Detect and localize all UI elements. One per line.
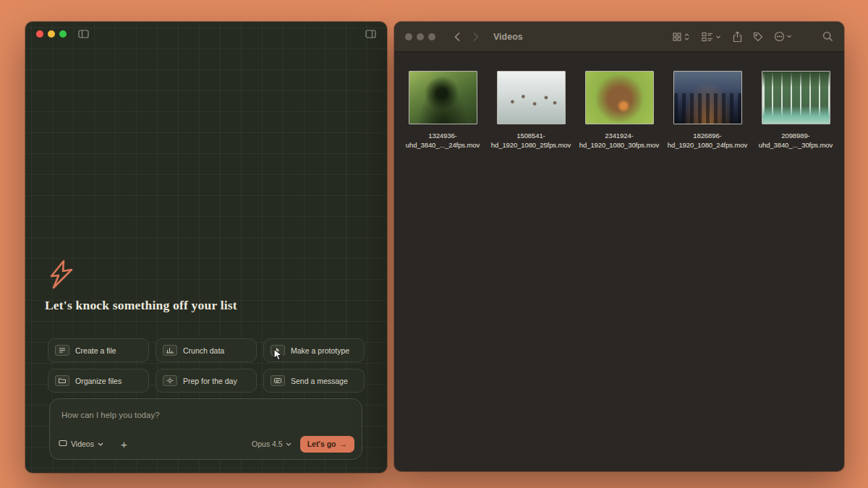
close-button-inactive[interactable]: [405, 33, 412, 40]
video-thumbnail-squirrel: [585, 71, 654, 124]
new-window-icon[interactable]: [365, 30, 376, 38]
file-item[interactable]: 1826896- hd_1920_1080_24fps.mov: [665, 71, 749, 150]
action-label: Make a prototype: [291, 346, 349, 355]
search-icon[interactable]: [822, 31, 833, 42]
minimize-button[interactable]: [48, 30, 55, 38]
file-name: 1826896- hd_1920_1080_24fps.mov: [668, 131, 747, 150]
finder-toolbar: [673, 31, 833, 43]
finder-window: Videos: [394, 22, 844, 471]
video-thumbnail-snow-deer: [497, 71, 566, 124]
action-send-message-button[interactable]: Send a message: [263, 369, 365, 393]
calendar-icon: [163, 375, 177, 386]
action-create-file-button[interactable]: Create a file: [48, 338, 149, 362]
composer-toolbar: Videos + Opus 4.5 Let's go →: [59, 435, 354, 453]
file-name: 2098989- uhd_3840_..._30fps.mov: [759, 131, 833, 150]
attachment-videos-chip[interactable]: Videos: [59, 440, 103, 448]
file-name: 1324936- uhd_3840_..._24fps.mov: [406, 131, 480, 150]
add-attachment-button[interactable]: +: [121, 439, 127, 450]
video-thumbnail-waterfall: [762, 71, 830, 124]
action-crunch-data-button[interactable]: Crunch data: [156, 338, 257, 362]
video-folder-icon: [59, 440, 67, 448]
chat-input[interactable]: How can I help you today?: [61, 411, 160, 419]
chevron-down-icon: [286, 442, 292, 446]
action-label: Create a file: [75, 346, 116, 355]
action-label: Send a message: [291, 377, 348, 385]
file-item[interactable]: 1508541- hd_1920_1080_25fps.mov: [489, 71, 573, 150]
sidebar-toggle-icon[interactable]: [78, 30, 89, 38]
assistant-window: Let's knock something off your list Crea…: [25, 22, 387, 473]
zoom-button[interactable]: [59, 30, 67, 38]
action-label: Crunch data: [183, 346, 224, 355]
message-icon: [271, 375, 285, 386]
zoom-button-inactive[interactable]: [428, 33, 435, 40]
composer: How can I help you today? Videos + Opus …: [49, 398, 362, 460]
minimize-button-inactive[interactable]: [417, 33, 424, 40]
model-selector[interactable]: Opus 4.5: [252, 440, 292, 448]
prototype-icon: [271, 345, 285, 356]
file-grid: 1324936- uhd_3840_..._24fps.mov 1508541-…: [394, 52, 844, 150]
arrow-right-icon: →: [340, 440, 348, 448]
action-label: Organize files: [75, 377, 122, 385]
claude-bolt-logo-icon: [46, 259, 77, 294]
submit-label: Let's go: [307, 440, 336, 448]
file-icon: [55, 345, 69, 356]
tag-icon[interactable]: [753, 32, 763, 42]
quick-actions: Create a file Crunch data Make a prototy…: [48, 338, 365, 393]
assistant-titlebar: [25, 22, 387, 46]
model-label: Opus 4.5: [252, 440, 283, 448]
file-name: 2341924- hd_1920_1080_30fps.mov: [579, 131, 659, 150]
submit-button[interactable]: Let's go →: [300, 436, 354, 453]
share-icon[interactable]: [733, 31, 742, 43]
chevron-down-icon: [98, 442, 103, 446]
action-prep-day-button[interactable]: Prep for the day: [156, 369, 257, 393]
file-item[interactable]: 2098989- uhd_3840_..._30fps.mov: [754, 71, 838, 150]
close-button[interactable]: [36, 30, 43, 38]
assistant-headline: Let's knock something off your list: [45, 298, 237, 313]
back-button[interactable]: [454, 32, 461, 42]
view-options-icon[interactable]: [673, 32, 691, 42]
action-organize-files-button[interactable]: Organize files: [48, 369, 149, 393]
video-thumbnail-forest-valley: [409, 71, 477, 124]
data-icon: [163, 345, 177, 356]
file-name: 1508541- hd_1920_1080_25fps.mov: [491, 131, 571, 150]
finder-titlebar: Videos: [394, 22, 844, 52]
file-item[interactable]: 2341924- hd_1920_1080_30fps.mov: [577, 71, 661, 150]
forward-button[interactable]: [472, 32, 479, 42]
action-make-prototype-button[interactable]: Make a prototype: [263, 338, 365, 362]
more-options-icon[interactable]: [774, 31, 793, 42]
attachment-label: Videos: [71, 440, 94, 448]
action-label: Prep for the day: [183, 377, 237, 385]
folder-icon: [55, 375, 69, 386]
group-by-icon[interactable]: [702, 32, 722, 42]
file-item[interactable]: 1324936- uhd_3840_..._24fps.mov: [401, 71, 485, 150]
window-title: Videos: [493, 32, 523, 42]
video-thumbnail-city-skyline: [673, 71, 742, 124]
